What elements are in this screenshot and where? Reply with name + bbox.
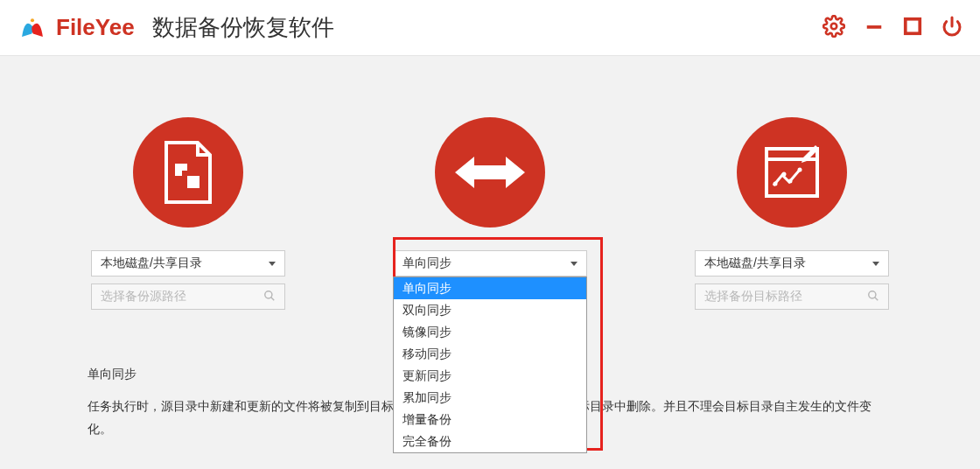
dropdown-option[interactable]: 更新同步 — [394, 365, 586, 387]
main: 本地磁盘/共享目录 选择备份源路径 单向同步 单向同步双向同步镜像同步移动同步更… — [0, 56, 980, 441]
source-path-input[interactable]: 选择备份源路径 — [91, 284, 285, 310]
dropdown-option[interactable]: 完全备份 — [394, 430, 586, 452]
sync-mode-icon — [435, 117, 545, 228]
svg-point-1 — [831, 23, 837, 29]
source-path-placeholder: 选择备份源路径 — [101, 289, 186, 304]
target-icon — [737, 117, 847, 228]
svg-point-8 — [265, 290, 272, 298]
titlebar: FileYee 数据备份恢复软件 — [0, 0, 980, 56]
columns: 本地磁盘/共享目录 选择备份源路径 单向同步 单向同步双向同步镜像同步移动同步更… — [88, 117, 892, 310]
search-icon — [867, 290, 879, 304]
maximize-icon[interactable] — [903, 17, 922, 39]
svg-point-12 — [774, 182, 778, 186]
mode-column: 单向同步 单向同步双向同步镜像同步移动同步更新同步累加同步增量备份完全备份 — [389, 117, 591, 284]
dropdown-option[interactable]: 双向同步 — [394, 299, 586, 321]
target-type-label: 本地磁盘/共享目录 — [704, 256, 806, 271]
sync-mode-label: 单向同步 — [402, 256, 452, 271]
dropdown-option[interactable]: 镜像同步 — [394, 321, 586, 343]
svg-rect-6 — [187, 176, 200, 188]
target-path-placeholder: 选择备份目标路径 — [704, 289, 802, 304]
brand-name: FileYee — [56, 14, 135, 41]
dropdown-option[interactable]: 单向同步 — [394, 277, 586, 299]
svg-point-15 — [798, 168, 802, 172]
target-path-input[interactable]: 选择备份目标路径 — [695, 284, 889, 310]
svg-rect-2 — [867, 25, 882, 29]
minimize-icon[interactable] — [864, 17, 884, 39]
target-column: 本地磁盘/共享目录 选择备份目标路径 — [691, 117, 892, 310]
svg-line-17 — [875, 297, 878, 300]
dropdown-option[interactable]: 增量备份 — [394, 409, 586, 430]
app-title: 数据备份恢复软件 — [152, 12, 334, 43]
svg-point-16 — [869, 290, 876, 298]
sync-mode-select[interactable]: 单向同步 — [393, 250, 587, 276]
source-column: 本地磁盘/共享目录 选择备份源路径 — [88, 117, 289, 310]
source-type-label: 本地磁盘/共享目录 — [101, 256, 202, 271]
chevron-down-icon — [269, 262, 276, 266]
target-type-select[interactable]: 本地磁盘/共享目录 — [695, 250, 889, 276]
svg-point-0 — [31, 18, 34, 22]
source-type-select[interactable]: 本地磁盘/共享目录 — [91, 250, 285, 276]
power-icon[interactable] — [942, 16, 962, 40]
svg-point-14 — [788, 179, 793, 184]
search-icon — [263, 290, 276, 304]
settings-icon[interactable] — [822, 15, 845, 41]
logo-icon — [18, 11, 47, 45]
logo-box: FileYee 数据备份恢复软件 — [18, 11, 334, 45]
svg-line-9 — [271, 297, 275, 300]
svg-rect-3 — [906, 18, 920, 33]
chevron-down-icon — [570, 262, 578, 266]
dropdown-option[interactable]: 移动同步 — [394, 343, 586, 365]
dropdown-option[interactable]: 累加同步 — [394, 387, 586, 409]
sync-mode-dropdown: 单向同步双向同步镜像同步移动同步更新同步累加同步增量备份完全备份 — [393, 276, 587, 453]
svg-point-13 — [782, 172, 787, 177]
svg-rect-7 — [182, 171, 187, 176]
source-icon — [133, 117, 243, 228]
chevron-down-icon — [872, 262, 879, 266]
window-controls — [822, 15, 962, 41]
